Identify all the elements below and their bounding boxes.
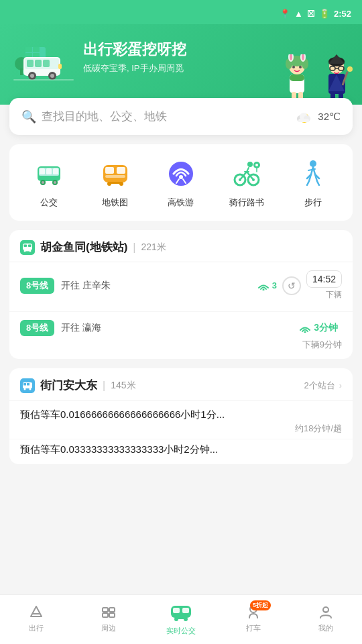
banner-bus-illustration — [13, 34, 74, 80]
svg-point-90 — [24, 388, 26, 390]
status-icons: 📍 ▲ ☒ 🔋 2:52 — [280, 9, 351, 19]
weather-icon — [295, 109, 314, 124]
estimate-sub-1: 约18分钟/趟 — [20, 423, 342, 435]
svg-rect-94 — [103, 613, 108, 617]
svg-rect-95 — [109, 613, 115, 617]
estimate-row-2: 预估等车0.03333333333333333小时2分钟... — [9, 439, 353, 464]
train-icon — [166, 158, 196, 189]
time-display: 2:52 — [334, 9, 351, 19]
estimate-row-1: 预估等车0.01666666666666666666小时1分... 约18分钟/… — [9, 400, 353, 439]
svg-point-15 — [50, 74, 54, 78]
svg-rect-9 — [27, 60, 34, 67]
svg-rect-10 — [35, 60, 42, 67]
bus-icon-circle — [32, 156, 66, 191]
svg-rect-68 — [109, 182, 122, 184]
train-icon-circle — [164, 156, 198, 191]
nav-item-nearby[interactable]: 周边 — [88, 603, 129, 633]
estimate-text-2: 预估等车0.03333333333333333小时2分钟... — [20, 443, 342, 456]
signal-count-2: 3分钟 — [314, 322, 338, 334]
banner[interactable]: 出行彩蛋挖呀挖 低碳夺宝季, IP手办周周觅 — [0, 24, 362, 105]
metro-icon-circle — [98, 156, 133, 191]
bike-icon-circle — [229, 156, 264, 191]
route-row-1[interactable]: 8号线 开往 庄辛朱 3 ↺ 14:52 — [9, 262, 353, 312]
svg-rect-79 — [23, 244, 32, 250]
svg-point-69 — [169, 162, 193, 186]
quick-item-bike[interactable]: 骑行路书 — [229, 156, 264, 209]
signal-icon-2 — [299, 323, 311, 333]
svg-rect-81 — [28, 244, 32, 247]
search-bar[interactable]: 🔍 查找目的地、公交、地铁 32℃ — [9, 98, 353, 135]
svg-rect-3 — [25, 47, 32, 52]
svg-rect-65 — [105, 175, 125, 178]
route-direction-1: 开往 庄辛朱 — [61, 280, 111, 292]
chevron-right-icon: › — [339, 380, 342, 390]
route-badge-1: 8号线 — [20, 278, 54, 294]
svg-rect-84 — [25, 250, 30, 252]
station1-distance: 221米 — [141, 241, 166, 254]
bus-small-icon — [22, 380, 33, 391]
station2-bus-icon — [20, 378, 35, 393]
svg-point-85 — [262, 288, 264, 290]
nav-label-mine: 我的 — [318, 623, 333, 633]
station2-platform-info[interactable]: 2个站台 › — [304, 380, 342, 392]
metro-icon — [100, 158, 131, 189]
nav-item-travel[interactable]: 出行 — [16, 603, 56, 633]
station2-card: 街门安大东 | 145米 2个站台 › 预估等车0.01666666666666… — [9, 368, 353, 464]
walk-icon — [298, 158, 328, 189]
svg-rect-93 — [109, 608, 115, 612]
svg-point-43 — [347, 66, 353, 72]
nav-label-taxi: 打车 — [246, 623, 261, 633]
battery-icon: 🔋 — [319, 9, 330, 19]
signal-count-1: 3 — [272, 280, 277, 290]
station1-header[interactable]: 胡金鱼同(地铁站) | 221米 — [9, 230, 353, 262]
wifi-icon: ▲ — [294, 9, 303, 19]
nav-label-travel: 出行 — [29, 623, 44, 633]
svg-point-61 — [54, 181, 56, 184]
signal-info-1: 3 — [257, 280, 277, 290]
svg-rect-4 — [33, 47, 40, 52]
route-row-2[interactable]: 8号线 开往 瀛海 3分钟 下辆9分钟 — [9, 312, 353, 359]
svg-point-78 — [310, 160, 316, 167]
station1-divider: | — [133, 241, 135, 254]
quick-item-bus[interactable]: 公交 — [32, 156, 66, 209]
char2-illustration — [318, 54, 355, 105]
svg-rect-17 — [13, 79, 74, 80]
station2-header[interactable]: 街门安大东 | 145米 2个站台 › — [9, 368, 353, 400]
svg-rect-92 — [103, 608, 108, 612]
refresh-btn-1[interactable]: ↺ — [282, 276, 301, 295]
quick-item-metro[interactable]: 地铁图 — [98, 156, 133, 209]
estimate-text-1: 预估等车0.01666666666666666666小时1分... — [20, 409, 342, 421]
svg-rect-11 — [43, 60, 50, 67]
svg-point-70 — [179, 175, 183, 179]
station1-metro-icon — [20, 240, 35, 255]
nav-item-realtime[interactable]: 实时公交 — [161, 600, 201, 636]
realtime-nav-icon — [170, 600, 192, 623]
temperature: 32℃ — [318, 111, 341, 123]
svg-rect-55 — [40, 168, 45, 174]
route-direction-2: 开往 瀛海 — [61, 322, 101, 334]
bus-label: 公交 — [40, 197, 58, 209]
svg-point-77 — [255, 164, 258, 166]
svg-rect-56 — [46, 168, 52, 174]
svg-point-26 — [292, 66, 295, 68]
taxi-badge: 5折起 — [250, 600, 271, 610]
char1-illustration — [279, 54, 316, 105]
svg-rect-97 — [173, 608, 180, 613]
location-icon: 📍 — [280, 9, 290, 19]
nav-item-mine[interactable]: 我的 — [306, 603, 346, 633]
svg-rect-101 — [176, 618, 186, 619]
next-label-1: 下辆 — [326, 289, 342, 301]
next-time-1: 14:52 — [306, 270, 342, 288]
svg-point-59 — [42, 181, 44, 184]
metro-label: 地铁图 — [102, 197, 128, 209]
search-input[interactable]: 查找目的地、公交、地铁 — [42, 109, 167, 124]
station2-divider: | — [103, 380, 105, 392]
svg-point-71 — [247, 162, 253, 167]
metro-small-icon — [22, 242, 33, 253]
svg-rect-63 — [105, 167, 114, 174]
svg-rect-88 — [23, 383, 26, 386]
walk-label: 步行 — [304, 197, 322, 209]
nav-item-taxi[interactable]: 5折起 打车 — [233, 603, 274, 633]
quick-item-train[interactable]: 高铁游 — [164, 156, 198, 209]
quick-item-walk[interactable]: 步行 — [296, 156, 330, 209]
